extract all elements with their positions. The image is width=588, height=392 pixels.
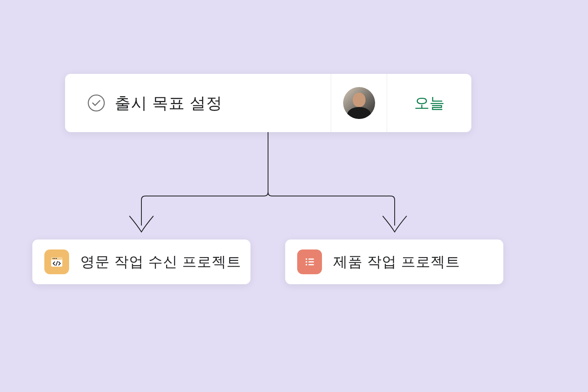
project-title-right: 제품 작업 프로젝트 bbox=[333, 252, 460, 272]
svg-point-7 bbox=[306, 258, 307, 260]
svg-rect-8 bbox=[308, 259, 314, 260]
list-project-icon bbox=[297, 249, 322, 274]
connector-lines bbox=[120, 132, 416, 240]
assignee-section[interactable] bbox=[331, 74, 387, 132]
task-title: 출시 목표 설정 bbox=[115, 92, 222, 114]
svg-point-11 bbox=[306, 264, 307, 265]
svg-rect-10 bbox=[308, 261, 314, 263]
svg-point-9 bbox=[306, 261, 307, 263]
project-card-right[interactable]: 제품 작업 프로젝트 bbox=[285, 240, 503, 284]
project-card-left[interactable]: 영문 작업 수신 프로젝트 bbox=[32, 240, 250, 284]
due-date-label: 오늘 bbox=[414, 93, 445, 113]
due-date-section[interactable]: 오늘 bbox=[387, 74, 471, 132]
task-card[interactable]: 출시 목표 설정 오늘 bbox=[65, 74, 471, 132]
svg-rect-12 bbox=[308, 264, 314, 265]
avatar bbox=[343, 87, 375, 119]
svg-point-5 bbox=[56, 258, 57, 259]
checkmark-circle-icon[interactable] bbox=[87, 94, 105, 112]
project-title-left: 영문 작업 수신 프로젝트 bbox=[80, 252, 241, 272]
task-main-section: 출시 목표 설정 bbox=[65, 74, 331, 132]
svg-point-3 bbox=[53, 258, 54, 259]
svg-point-0 bbox=[88, 95, 104, 111]
code-project-icon bbox=[44, 249, 69, 274]
svg-point-4 bbox=[54, 258, 55, 259]
